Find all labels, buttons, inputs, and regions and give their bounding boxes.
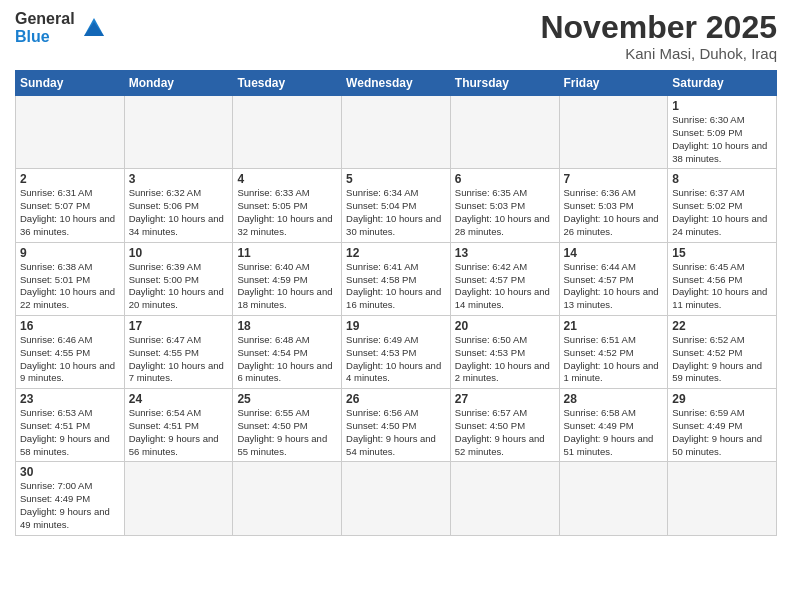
calendar-cell: 28Sunrise: 6:58 AM Sunset: 4:49 PM Dayli… xyxy=(559,389,668,462)
day-number: 2 xyxy=(20,172,120,186)
calendar-cell xyxy=(559,462,668,535)
calendar-cell xyxy=(16,96,125,169)
month-title: November 2025 xyxy=(540,10,777,45)
page: General Blue November 2025 Kani Masi, Du… xyxy=(0,0,792,546)
day-info: Sunrise: 6:58 AM Sunset: 4:49 PM Dayligh… xyxy=(564,407,664,458)
calendar-cell: 20Sunrise: 6:50 AM Sunset: 4:53 PM Dayli… xyxy=(450,315,559,388)
day-number: 22 xyxy=(672,319,772,333)
day-number: 23 xyxy=(20,392,120,406)
day-info: Sunrise: 6:32 AM Sunset: 5:06 PM Dayligh… xyxy=(129,187,229,238)
calendar-cell: 22Sunrise: 6:52 AM Sunset: 4:52 PM Dayli… xyxy=(668,315,777,388)
title-block: November 2025 Kani Masi, Duhok, Iraq xyxy=(540,10,777,62)
day-info: Sunrise: 6:46 AM Sunset: 4:55 PM Dayligh… xyxy=(20,334,120,385)
day-info: Sunrise: 6:31 AM Sunset: 5:07 PM Dayligh… xyxy=(20,187,120,238)
calendar-cell: 30Sunrise: 7:00 AM Sunset: 4:49 PM Dayli… xyxy=(16,462,125,535)
calendar-cell xyxy=(450,96,559,169)
day-number: 30 xyxy=(20,465,120,479)
calendar-cell xyxy=(668,462,777,535)
calendar-cell xyxy=(124,462,233,535)
day-info: Sunrise: 6:49 AM Sunset: 4:53 PM Dayligh… xyxy=(346,334,446,385)
day-info: Sunrise: 6:45 AM Sunset: 4:56 PM Dayligh… xyxy=(672,261,772,312)
col-saturday: Saturday xyxy=(668,71,777,96)
calendar-cell: 19Sunrise: 6:49 AM Sunset: 4:53 PM Dayli… xyxy=(342,315,451,388)
day-info: Sunrise: 6:40 AM Sunset: 4:59 PM Dayligh… xyxy=(237,261,337,312)
calendar-cell: 9Sunrise: 6:38 AM Sunset: 5:01 PM Daylig… xyxy=(16,242,125,315)
calendar-cell: 26Sunrise: 6:56 AM Sunset: 4:50 PM Dayli… xyxy=(342,389,451,462)
col-thursday: Thursday xyxy=(450,71,559,96)
calendar-cell: 27Sunrise: 6:57 AM Sunset: 4:50 PM Dayli… xyxy=(450,389,559,462)
day-number: 9 xyxy=(20,246,120,260)
logo: General Blue xyxy=(15,10,108,45)
day-info: Sunrise: 6:34 AM Sunset: 5:04 PM Dayligh… xyxy=(346,187,446,238)
day-number: 6 xyxy=(455,172,555,186)
day-number: 25 xyxy=(237,392,337,406)
calendar-cell: 16Sunrise: 6:46 AM Sunset: 4:55 PM Dayli… xyxy=(16,315,125,388)
day-info: Sunrise: 6:44 AM Sunset: 4:57 PM Dayligh… xyxy=(564,261,664,312)
calendar-cell xyxy=(233,462,342,535)
day-info: Sunrise: 6:56 AM Sunset: 4:50 PM Dayligh… xyxy=(346,407,446,458)
day-number: 18 xyxy=(237,319,337,333)
calendar-cell: 11Sunrise: 6:40 AM Sunset: 4:59 PM Dayli… xyxy=(233,242,342,315)
day-info: Sunrise: 6:36 AM Sunset: 5:03 PM Dayligh… xyxy=(564,187,664,238)
calendar-cell: 13Sunrise: 6:42 AM Sunset: 4:57 PM Dayli… xyxy=(450,242,559,315)
day-info: Sunrise: 6:51 AM Sunset: 4:52 PM Dayligh… xyxy=(564,334,664,385)
day-info: Sunrise: 6:57 AM Sunset: 4:50 PM Dayligh… xyxy=(455,407,555,458)
day-info: Sunrise: 7:00 AM Sunset: 4:49 PM Dayligh… xyxy=(20,480,120,531)
day-info: Sunrise: 6:41 AM Sunset: 4:58 PM Dayligh… xyxy=(346,261,446,312)
day-number: 5 xyxy=(346,172,446,186)
calendar-cell xyxy=(342,96,451,169)
calendar-cell: 18Sunrise: 6:48 AM Sunset: 4:54 PM Dayli… xyxy=(233,315,342,388)
day-number: 16 xyxy=(20,319,120,333)
svg-marker-1 xyxy=(84,22,104,36)
day-info: Sunrise: 6:55 AM Sunset: 4:50 PM Dayligh… xyxy=(237,407,337,458)
calendar-cell: 15Sunrise: 6:45 AM Sunset: 4:56 PM Dayli… xyxy=(668,242,777,315)
day-number: 21 xyxy=(564,319,664,333)
day-info: Sunrise: 6:33 AM Sunset: 5:05 PM Dayligh… xyxy=(237,187,337,238)
day-number: 19 xyxy=(346,319,446,333)
day-info: Sunrise: 6:30 AM Sunset: 5:09 PM Dayligh… xyxy=(672,114,772,165)
day-info: Sunrise: 6:38 AM Sunset: 5:01 PM Dayligh… xyxy=(20,261,120,312)
logo-triangle-icon xyxy=(80,12,108,40)
col-sunday: Sunday xyxy=(16,71,125,96)
day-info: Sunrise: 6:52 AM Sunset: 4:52 PM Dayligh… xyxy=(672,334,772,385)
calendar-cell xyxy=(342,462,451,535)
calendar-cell xyxy=(450,462,559,535)
day-info: Sunrise: 6:54 AM Sunset: 4:51 PM Dayligh… xyxy=(129,407,229,458)
col-wednesday: Wednesday xyxy=(342,71,451,96)
calendar-cell: 5Sunrise: 6:34 AM Sunset: 5:04 PM Daylig… xyxy=(342,169,451,242)
day-number: 20 xyxy=(455,319,555,333)
calendar-cell: 24Sunrise: 6:54 AM Sunset: 4:51 PM Dayli… xyxy=(124,389,233,462)
calendar-cell: 12Sunrise: 6:41 AM Sunset: 4:58 PM Dayli… xyxy=(342,242,451,315)
calendar-cell: 14Sunrise: 6:44 AM Sunset: 4:57 PM Dayli… xyxy=(559,242,668,315)
day-info: Sunrise: 6:42 AM Sunset: 4:57 PM Dayligh… xyxy=(455,261,555,312)
calendar-cell: 8Sunrise: 6:37 AM Sunset: 5:02 PM Daylig… xyxy=(668,169,777,242)
day-number: 12 xyxy=(346,246,446,260)
calendar-cell xyxy=(124,96,233,169)
day-number: 26 xyxy=(346,392,446,406)
header-row: Sunday Monday Tuesday Wednesday Thursday… xyxy=(16,71,777,96)
calendar-cell: 3Sunrise: 6:32 AM Sunset: 5:06 PM Daylig… xyxy=(124,169,233,242)
day-number: 1 xyxy=(672,99,772,113)
day-number: 17 xyxy=(129,319,229,333)
header: General Blue November 2025 Kani Masi, Du… xyxy=(15,10,777,62)
location-title: Kani Masi, Duhok, Iraq xyxy=(540,45,777,62)
day-number: 28 xyxy=(564,392,664,406)
day-number: 3 xyxy=(129,172,229,186)
day-number: 14 xyxy=(564,246,664,260)
calendar-cell: 6Sunrise: 6:35 AM Sunset: 5:03 PM Daylig… xyxy=(450,169,559,242)
calendar-cell xyxy=(559,96,668,169)
day-number: 13 xyxy=(455,246,555,260)
day-number: 27 xyxy=(455,392,555,406)
day-info: Sunrise: 6:48 AM Sunset: 4:54 PM Dayligh… xyxy=(237,334,337,385)
calendar-cell: 7Sunrise: 6:36 AM Sunset: 5:03 PM Daylig… xyxy=(559,169,668,242)
calendar-cell: 25Sunrise: 6:55 AM Sunset: 4:50 PM Dayli… xyxy=(233,389,342,462)
calendar-cell: 1Sunrise: 6:30 AM Sunset: 5:09 PM Daylig… xyxy=(668,96,777,169)
day-number: 4 xyxy=(237,172,337,186)
day-number: 7 xyxy=(564,172,664,186)
day-number: 29 xyxy=(672,392,772,406)
day-info: Sunrise: 6:59 AM Sunset: 4:49 PM Dayligh… xyxy=(672,407,772,458)
day-info: Sunrise: 6:50 AM Sunset: 4:53 PM Dayligh… xyxy=(455,334,555,385)
calendar-cell: 4Sunrise: 6:33 AM Sunset: 5:05 PM Daylig… xyxy=(233,169,342,242)
calendar-cell: 21Sunrise: 6:51 AM Sunset: 4:52 PM Dayli… xyxy=(559,315,668,388)
day-number: 24 xyxy=(129,392,229,406)
